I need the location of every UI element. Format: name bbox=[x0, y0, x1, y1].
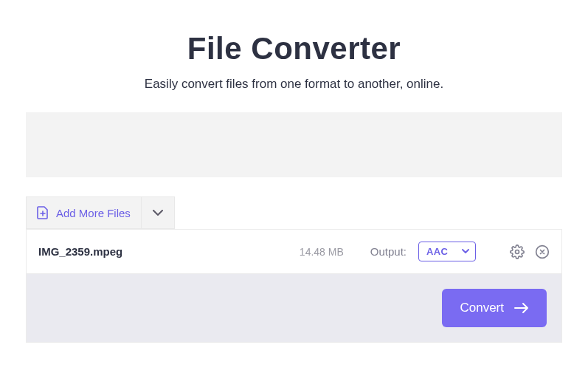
output-format-select[interactable]: AAC bbox=[418, 242, 476, 261]
toolbar: Add More Files bbox=[26, 196, 562, 229]
file-name: IMG_2359.mpeg bbox=[38, 245, 260, 258]
file-size: 14.48 MB bbox=[300, 246, 344, 258]
add-more-files-label: Add More Files bbox=[56, 207, 131, 219]
gear-icon bbox=[510, 244, 525, 259]
output-format-value: AAC bbox=[426, 246, 448, 257]
footer-bar: Convert bbox=[26, 273, 562, 343]
row-actions bbox=[510, 244, 550, 259]
page-subtitle: Easily convert files from one format to … bbox=[26, 77, 562, 92]
svg-point-0 bbox=[516, 250, 519, 253]
file-list: IMG_2359.mpeg 14.48 MB Output: AAC bbox=[26, 229, 562, 273]
arrow-right-icon bbox=[514, 302, 529, 314]
add-files-group: Add More Files bbox=[26, 196, 175, 229]
chevron-down-icon bbox=[462, 249, 469, 254]
remove-file-button[interactable] bbox=[535, 244, 550, 259]
page-title: File Converter bbox=[26, 31, 562, 66]
dropzone-area[interactable] bbox=[26, 112, 562, 177]
output-label: Output: bbox=[370, 245, 407, 258]
close-circle-icon bbox=[535, 244, 550, 259]
convert-button[interactable]: Convert bbox=[442, 289, 547, 327]
chevron-down-icon bbox=[153, 210, 163, 216]
convert-button-label: Convert bbox=[460, 301, 504, 315]
settings-button[interactable] bbox=[510, 244, 525, 259]
add-more-files-button[interactable]: Add More Files bbox=[27, 197, 142, 228]
add-file-icon bbox=[37, 206, 49, 219]
file-row: IMG_2359.mpeg 14.48 MB Output: AAC bbox=[27, 230, 561, 273]
add-files-dropdown-button[interactable] bbox=[142, 197, 174, 228]
